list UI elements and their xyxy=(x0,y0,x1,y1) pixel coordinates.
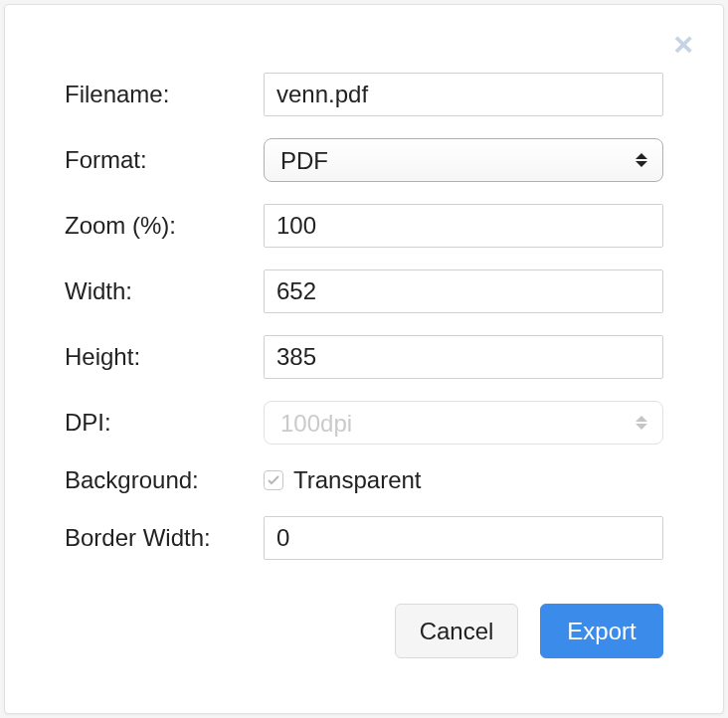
width-label: Width: xyxy=(65,277,264,305)
format-select[interactable]: PDF xyxy=(264,138,663,182)
zoom-input[interactable] xyxy=(264,204,663,248)
close-icon[interactable]: × xyxy=(673,27,693,61)
height-input[interactable] xyxy=(264,335,663,379)
export-button[interactable]: Export xyxy=(540,604,663,658)
export-form: Filename: Format: PDF Zoom (%): xyxy=(65,73,663,658)
height-label: Height: xyxy=(65,343,264,371)
border-width-label: Border Width: xyxy=(65,524,264,552)
cancel-button[interactable]: Cancel xyxy=(395,604,518,658)
format-label: Format: xyxy=(65,146,264,174)
transparent-checkbox-label: Transparent xyxy=(293,466,422,494)
width-input[interactable] xyxy=(264,269,663,313)
background-label: Background: xyxy=(65,466,264,494)
filename-input[interactable] xyxy=(264,73,663,116)
border-width-input[interactable] xyxy=(264,516,663,560)
dpi-select: 100dpi xyxy=(264,401,663,445)
export-dialog: × Filename: Format: PDF Zo xyxy=(4,4,724,714)
filename-label: Filename: xyxy=(65,81,264,108)
zoom-label: Zoom (%): xyxy=(65,212,264,240)
dpi-label: DPI: xyxy=(65,409,264,437)
transparent-checkbox[interactable] xyxy=(264,470,283,490)
check-icon xyxy=(268,475,279,485)
